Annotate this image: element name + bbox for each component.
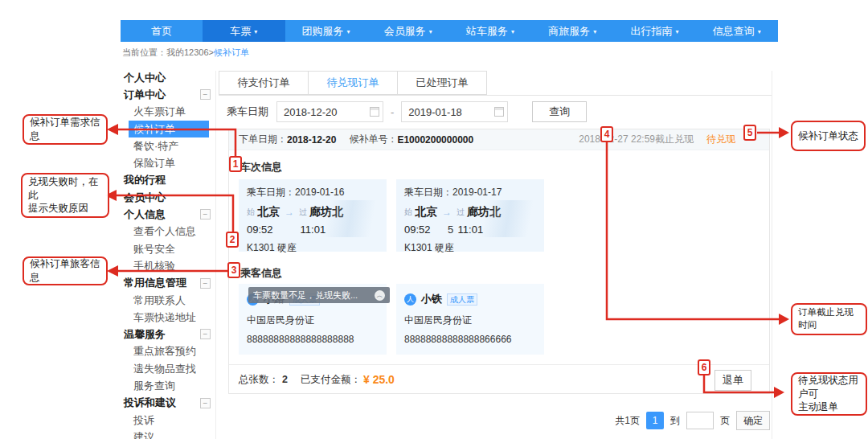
sidebar-item-ticket-delivery-address[interactable]: 车票快递地址 xyxy=(122,309,209,326)
calendar-icon[interactable] xyxy=(370,107,379,117)
sidebar-item-label: 建议 xyxy=(133,430,154,439)
marker-4: 4 xyxy=(600,126,613,142)
sidebar-item-key-passenger-reservation[interactable]: 重点旅客预约 xyxy=(122,343,209,360)
date-from-input[interactable] xyxy=(276,101,383,122)
nav-item-business-travel[interactable]: 商旅服务▾ xyxy=(531,20,613,42)
order-tabs: 待支付订单 待兑现订单 已处理订单 xyxy=(219,71,772,96)
chevron-down-icon: ▾ xyxy=(593,28,596,35)
callout-passenger-info: 候补订单旅客信息 xyxy=(23,256,108,285)
sidebar-item-view-personal-info[interactable]: 查看个人信息 xyxy=(122,224,209,240)
sidebar-item-lost-item-search[interactable]: 遗失物品查找 xyxy=(122,360,209,377)
jump-label: 到 xyxy=(670,414,680,428)
sidebar-item-common-info-management[interactable]: 常用信息管理− xyxy=(122,275,209,292)
nav-item-label: 站车服务 xyxy=(466,24,508,39)
sidebar-item-label: 常用信息管理 xyxy=(124,276,186,290)
origin-tag: 始 xyxy=(404,207,412,218)
collapse-icon[interactable]: − xyxy=(200,89,211,100)
confirm-button[interactable]: 确定 xyxy=(736,411,770,430)
sidebar-item-complaint[interactable]: 投诉 xyxy=(122,412,209,429)
nav-item-travel-guide[interactable]: 出行指南▾ xyxy=(614,20,696,42)
failure-reason-tooltip[interactable]: 车票数量不足，兑现失败... ︿ xyxy=(248,287,390,303)
date-to-input[interactable] xyxy=(401,101,508,122)
collapse-icon[interactable]: − xyxy=(200,278,211,289)
pagination: 共1页 1 到 页 确定 xyxy=(219,410,772,431)
collapse-icon[interactable]: − xyxy=(200,209,211,220)
nav-item-info-query[interactable]: 信息查询▾ xyxy=(696,20,778,42)
sidebar-item-label: 投诉 xyxy=(133,413,154,428)
current-page-button[interactable]: 1 xyxy=(646,412,664,429)
sidebar-item-label: 温馨服务 xyxy=(124,327,166,342)
pass-tag: 过 xyxy=(299,207,307,218)
sidebar-item-label: 火车票订单 xyxy=(133,105,186,119)
nav-item-tickets[interactable]: 车票▾ xyxy=(203,20,285,42)
sidebar-item-member-center[interactable]: 会员中心 xyxy=(122,189,209,206)
nav-item-label: 出行指南 xyxy=(631,24,673,39)
sidebar-item-personal-info[interactable]: 个人信息− xyxy=(122,206,209,223)
origin-city: 北京 xyxy=(415,205,437,220)
marker-1: 1 xyxy=(229,156,242,172)
sidebar-item-frequent-contacts[interactable]: 常用联系人 xyxy=(122,292,209,309)
destination-city: 廊坊北 xyxy=(467,205,501,220)
sidebar-item-service-query[interactable]: 服务查询 xyxy=(122,377,209,394)
sidebar-item-complaints-suggestions[interactable]: 投诉和建议− xyxy=(122,395,209,412)
nav-item-station-services[interactable]: 站车服务▾ xyxy=(449,20,531,42)
nav-item-homepage[interactable]: 首页 xyxy=(121,20,203,42)
collapse-icon[interactable]: − xyxy=(200,329,211,339)
tab-pending-fulfillment[interactable]: 待兑现订单 xyxy=(308,71,398,95)
sidebar-item-my-itinerary[interactable]: 我的行程 xyxy=(122,172,209,189)
paid-amount-value: ¥ 25.0 xyxy=(363,373,395,386)
waitlist-number-label: 候补单号： xyxy=(349,133,397,146)
search-button[interactable]: 查询 xyxy=(532,101,587,122)
pass-tag: 过 xyxy=(457,207,465,218)
id-number: 88888888888888866666 xyxy=(404,334,536,345)
sidebar-item-insurance-orders[interactable]: 保险订单 xyxy=(122,154,209,171)
sidebar-item-label: 手机核验 xyxy=(133,259,175,273)
sidebar-item-personal-center[interactable]: 个人中心 xyxy=(122,69,209,86)
route-arrow-icon: → xyxy=(285,207,294,218)
sidebar-item-label: 个人信息 xyxy=(124,207,166,222)
order-date-value: 2018-12-20 xyxy=(287,134,336,146)
page-jump-input[interactable] xyxy=(686,412,714,429)
nav-item-group-services[interactable]: 团购服务▾ xyxy=(285,20,367,42)
sidebar-item-dining-specialty[interactable]: 餐饮·特产 xyxy=(122,137,209,154)
sidebar-item-account-security[interactable]: 账号安全 xyxy=(122,240,209,257)
order-totals-row: 总张数： 2 已支付金额： ¥ 25.0 退单 xyxy=(229,364,769,394)
sidebar-item-label: 我的行程 xyxy=(124,173,166,187)
train-date-label: 乘车日期： xyxy=(404,187,452,198)
marker-2: 2 xyxy=(226,232,239,248)
sidebar-item-care-services[interactable]: 温馨服务− xyxy=(122,326,209,343)
waitlist-number-value: E1000200000000 xyxy=(397,134,473,146)
passenger-card-2: 人 小铁 成人票 中国居民身份证 88888888888888866666 xyxy=(396,284,544,355)
chevron-down-icon: ▾ xyxy=(347,28,350,35)
total-count-value: 2 xyxy=(282,374,288,385)
train-number-seat: K1301 硬座 xyxy=(247,241,379,255)
tab-processed[interactable]: 已处理订单 xyxy=(397,71,487,95)
train-times-row: 09:52 5 11:01 xyxy=(404,224,536,236)
callout-waitlist-demand-info: 候补订单需求信息 xyxy=(23,114,108,145)
passenger-section-title: 乘客信息 xyxy=(240,266,282,281)
nav-item-member-services[interactable]: 会员服务▾ xyxy=(367,20,449,42)
sidebar-item-order-center[interactable]: 订单中心− xyxy=(122,86,209,103)
chevron-down-icon: ▾ xyxy=(758,28,761,35)
calendar-icon[interactable] xyxy=(494,107,504,117)
nav-item-label: 车票 xyxy=(230,24,251,39)
sidebar-item-suggestion[interactable]: 建议 xyxy=(122,429,209,439)
arrive-time: 11:01 xyxy=(458,224,484,236)
nav-item-label: 团购服务 xyxy=(302,24,344,39)
sidebar-item-label: 订单中心 xyxy=(124,88,166,102)
train-route-row: 始 北京 → 过 廊坊北 xyxy=(404,205,536,220)
sidebar-item-label: 会员中心 xyxy=(124,191,166,205)
chevron-down-icon: ▾ xyxy=(511,28,514,35)
refund-button[interactable]: 退单 xyxy=(714,370,751,391)
sidebar: 个人中心 订单中心− 火车票订单 候补订单 餐饮·特产 保险订单 我的行程 会员… xyxy=(122,69,209,439)
tab-pending-payment[interactable]: 待支付订单 xyxy=(219,71,309,95)
sidebar-item-phone-verification[interactable]: 手机核验 xyxy=(122,257,209,274)
waitlist-order-card: 下单日期： 2018-12-20 候补单号： E1000200000000 20… xyxy=(228,129,770,394)
sidebar-item-train-ticket-orders[interactable]: 火车票订单 xyxy=(122,104,209,121)
breadcrumb-parent[interactable]: 我的12306 xyxy=(166,47,209,57)
arrive-time: 11:01 xyxy=(301,224,326,236)
collapse-icon[interactable]: − xyxy=(200,398,211,408)
sidebar-item-label: 常用联系人 xyxy=(133,293,186,308)
sidebar-item-waitlist-orders[interactable]: 候补订单 xyxy=(129,121,209,137)
tooltip-expand-icon[interactable]: ︿ xyxy=(375,290,385,301)
